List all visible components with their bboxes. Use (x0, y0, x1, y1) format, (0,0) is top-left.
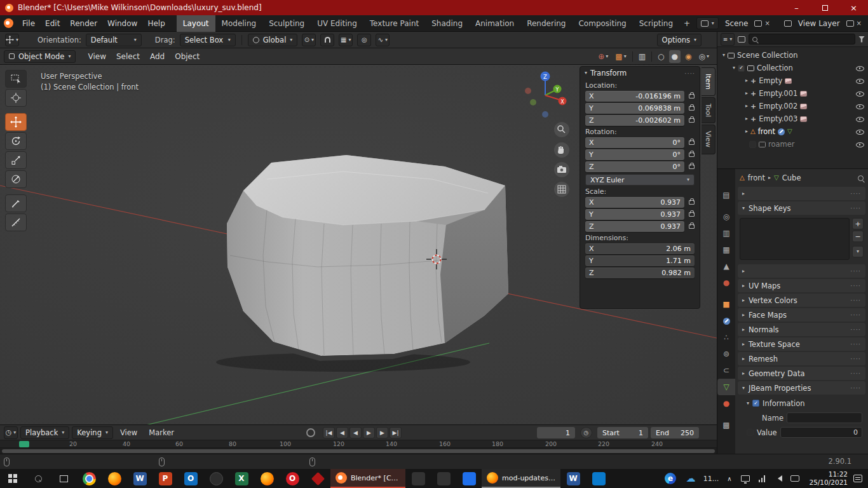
word-2-taskbar-button[interactable]: W (560, 469, 586, 488)
network-tray-icon[interactable] (737, 469, 754, 488)
viewport-menu-select[interactable]: Select (112, 50, 144, 63)
visibility-eye-icon[interactable] (855, 127, 864, 136)
outliner-row-roamer[interactable]: roamer (717, 138, 868, 151)
tool-measure[interactable] (5, 214, 27, 231)
gimp-taskbar-button[interactable] (431, 469, 456, 488)
visibility-eye-icon[interactable] (855, 76, 864, 85)
transform-panel-header[interactable]: ▾ Transform ···· (580, 67, 700, 79)
visibility-eye-icon[interactable] (855, 102, 864, 111)
photos-taskbar-button[interactable] (405, 469, 431, 488)
sidebar-tab-tool[interactable]: Tool (702, 97, 715, 123)
volume-tray-icon[interactable] (770, 469, 787, 488)
onedrive-tray-button[interactable]: ☁ (681, 469, 700, 488)
task-view-button[interactable] (51, 469, 76, 488)
tab-material[interactable]: ● (717, 395, 735, 412)
outliner-editor-type-dropdown[interactable]: ≡▾ (721, 33, 735, 46)
location-z-field[interactable]: Z-0.002602 m (585, 115, 684, 126)
word-taskbar-button[interactable]: W (127, 469, 153, 488)
panel-jbeam-properties[interactable]: ▾JBeam Properties···· (738, 381, 865, 395)
keying-menu[interactable]: Keying▾ (72, 426, 113, 439)
jump-to-end-button[interactable]: ▶| (390, 427, 402, 438)
outliner-row-empty[interactable]: ▸ + Empty (717, 74, 868, 87)
snap-target-dropdown[interactable]: ▦▾ (339, 34, 353, 46)
menu-window[interactable]: Window (102, 17, 142, 30)
chrome-taskbar-button[interactable] (76, 469, 102, 488)
panel-normals[interactable]: ▸Normals···· (738, 323, 865, 336)
tab-view-layer[interactable]: ▦ (717, 241, 735, 258)
shading-solid-button[interactable]: ● (669, 50, 681, 63)
tool-rotate[interactable] (5, 132, 27, 150)
shape-keys-list[interactable] (740, 218, 850, 260)
vscode-taskbar-button[interactable] (586, 469, 611, 488)
lock-icon[interactable] (689, 152, 695, 157)
timeline-editor-type-dropdown[interactable]: ◷▾ (4, 426, 18, 439)
remove-shape-key-button[interactable]: − (852, 231, 864, 242)
start-frame-field[interactable]: Start1 (597, 427, 648, 438)
location-y-field[interactable]: Y0.069838 m (585, 103, 684, 114)
jump-to-start-button[interactable]: |◀ (323, 427, 335, 438)
show-overlays-dropdown[interactable]: ▩▾ (613, 50, 628, 63)
tab-world[interactable]: ● (717, 274, 735, 291)
tool-transform[interactable] (5, 170, 27, 188)
timeline-menu-view[interactable]: View (116, 426, 142, 439)
timeline-ruler[interactable]: 20 40 60 80 100 120 140 160 180 200 220 … (0, 440, 717, 448)
show-gizmo-dropdown[interactable]: ⊕▾ (595, 50, 611, 63)
viewport-3d[interactable]: Object Mode ▾ View Select Add Object ⊕▾ … (0, 48, 717, 424)
workspace-tab-scripting[interactable]: Scripting (633, 15, 679, 32)
lock-icon[interactable] (689, 94, 695, 98)
active-tool-button[interactable]: ▾ (5, 34, 19, 46)
workspace-tab-layout[interactable]: Layout (177, 15, 215, 32)
tool-move[interactable] (5, 113, 27, 131)
pan-button[interactable] (554, 142, 569, 158)
drag-dropdown[interactable]: Select Box ▾ (180, 34, 236, 46)
workspace-tab-uv-editing[interactable]: UV Editing (311, 15, 363, 32)
tab-modifiers[interactable] (717, 313, 735, 329)
workspace-tab-animation[interactable]: Animation (469, 15, 520, 32)
start-button[interactable] (0, 469, 25, 488)
outlook-taskbar-button[interactable]: O (178, 469, 203, 488)
proportional-edit-button[interactable]: ◎ (357, 34, 371, 46)
display-mode-icon[interactable] (738, 36, 745, 43)
powerpoint-taskbar-button[interactable]: P (153, 469, 178, 488)
new-scene-icon[interactable] (754, 20, 762, 27)
viewport-menu-object[interactable]: Object (170, 50, 204, 63)
ortho-toggle-button[interactable] (554, 182, 569, 197)
zoom-button[interactable] (554, 122, 569, 137)
shading-material-button[interactable]: ◉ (682, 50, 694, 63)
tool-select-box[interactable] (5, 70, 27, 88)
opera-taskbar-button[interactable]: O (280, 469, 305, 488)
scrollbar-thumb[interactable] (2, 449, 715, 453)
paint-taskbar-button[interactable] (456, 469, 482, 488)
dimensions-x-field[interactable]: X2.06 m (585, 243, 695, 254)
information-checkbox[interactable]: ✓ (752, 400, 759, 407)
collection-checkbox[interactable]: ✓ (738, 65, 745, 72)
tab-object[interactable]: ■ (717, 296, 735, 313)
tab-object-data[interactable]: ▽ (717, 379, 735, 395)
jbeam-name-field[interactable] (787, 412, 862, 423)
axis-neg-y[interactable] (530, 99, 536, 105)
tab-scene[interactable]: ▲ (717, 258, 735, 274)
close-button[interactable]: × (839, 0, 868, 15)
lock-icon[interactable] (689, 106, 695, 111)
workspace-tab-rendering[interactable]: Rendering (520, 15, 572, 32)
outliner-row-scene-collection[interactable]: ▾ Scene Collection (717, 49, 868, 62)
preview-range-button[interactable]: ◷ (580, 427, 592, 438)
tool-scale[interactable] (5, 151, 27, 169)
timeline-menu-marker[interactable]: Marker (144, 426, 179, 439)
rotation-z-field[interactable]: Z0° (585, 161, 684, 172)
pivot-point-dropdown[interactable]: ⊙▾ (302, 34, 316, 46)
camera-view-button[interactable] (554, 162, 569, 177)
outliner-row-front[interactable]: ▸ △ front ▽ (717, 125, 868, 138)
sidebar-tab-item[interactable]: Item (702, 67, 715, 96)
unlink-scene-icon[interactable]: × (764, 20, 770, 27)
playback-menu[interactable]: Playback▾ (20, 426, 69, 439)
panel-texture-space[interactable]: ▸Texture Space···· (738, 337, 865, 351)
tab-tool[interactable]: ▤ (717, 187, 735, 203)
panel-vertex-groups[interactable]: ▸ ···· (738, 187, 865, 200)
taskbar-clock[interactable]: 11:22 25/10/2021 (803, 469, 848, 488)
toggle-xray-button[interactable]: ▥ (636, 50, 648, 63)
firefox-2-taskbar-button[interactable] (254, 469, 280, 488)
axis-neg-z[interactable] (542, 111, 548, 118)
next-keyframe-button[interactable]: ▶ (376, 427, 388, 438)
tool-cursor[interactable] (5, 89, 27, 107)
